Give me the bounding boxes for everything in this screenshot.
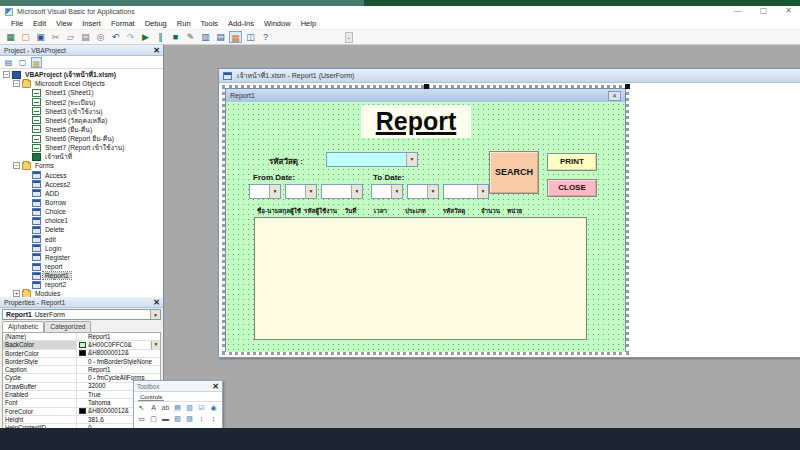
properties-tab[interactable]: Categorized [44, 321, 91, 332]
property-row[interactable]: (Name) Report1 ▼ [3, 333, 160, 341]
project-tree-form-item[interactable]: edit [0, 235, 163, 244]
project-tree-form-item[interactable]: Delete [0, 225, 163, 234]
view-code-icon[interactable]: ▤ [3, 57, 14, 68]
menu-item[interactable]: Edit [28, 19, 51, 28]
find-icon[interactable]: ◎ [94, 31, 107, 43]
close-toolbox-icon[interactable]: ✕ [212, 381, 219, 392]
chevron-down-icon[interactable]: ▼ [269, 185, 280, 198]
designer-window[interactable]: เจ้าหน้าที่1.xlsm - Report1 (UserForm) R… [218, 68, 800, 358]
view-excel-icon[interactable]: ▦ [4, 31, 17, 43]
project-tree-form-item[interactable]: Access [0, 171, 163, 180]
minimize-button[interactable]: — [734, 7, 742, 15]
menu-item[interactable]: View [51, 19, 77, 28]
spinbutton-icon[interactable]: ↕ [208, 413, 219, 424]
toolbar-overflow-handle[interactable]: ▪ [345, 32, 353, 43]
selection-handle-top[interactable] [424, 84, 429, 89]
menu-item[interactable]: Help [296, 19, 321, 28]
object-selector-dropdown[interactable]: Report1UserForm ▼ [2, 309, 161, 320]
userform-design[interactable]: Report1 ✕ Report รหัสวัสดุ : ▼ From Date… [225, 88, 626, 352]
project-tree-form-item[interactable]: ADD [0, 189, 163, 198]
label-icon[interactable]: A [148, 402, 159, 413]
frame-icon[interactable]: ▢ [148, 413, 159, 424]
break-icon[interactable]: ∥ [154, 31, 167, 43]
insert-userform-icon[interactable]: ▢ [19, 31, 32, 43]
results-listbox[interactable] [254, 217, 587, 340]
paste-icon[interactable]: ▤ [79, 31, 92, 43]
material-code-combobox[interactable]: ▼ [326, 152, 418, 167]
properties-tab[interactable]: Alphabetic [2, 321, 44, 332]
designer-title-bar[interactable]: เจ้าหน้าที่1.xlsm - Report1 (UserForm) [219, 69, 800, 83]
project-tree-form-item[interactable]: Report1 [0, 271, 163, 280]
toggle-folders-icon[interactable]: ▦ [31, 57, 42, 68]
optionbutton-icon[interactable]: ◉ [208, 402, 219, 413]
object-browser-icon[interactable]: ◫ [244, 31, 257, 43]
chevron-down-icon[interactable]: ▼ [406, 153, 417, 166]
search-button[interactable]: SEARCH [489, 151, 539, 194]
project-explorer-icon[interactable]: ▥ [199, 31, 212, 43]
help-icon[interactable]: ? [259, 31, 272, 43]
collapse-icon[interactable]: − [3, 71, 10, 78]
copy-icon[interactable]: ▱ [64, 31, 77, 43]
commandbutton-icon[interactable]: ▬ [160, 413, 171, 424]
to-year-combobox[interactable]: ▼ [443, 184, 489, 199]
checkbox-icon[interactable]: ☑ [196, 402, 207, 413]
chevron-down-icon[interactable]: ▼ [427, 185, 438, 198]
property-row[interactable]: BorderColor &H80000012& ▼ [3, 350, 160, 358]
close-properties-panel-icon[interactable]: ✕ [153, 297, 160, 308]
save-icon[interactable]: ▣ [34, 31, 47, 43]
print-button[interactable]: PRINT [547, 153, 597, 171]
togglebutton-icon[interactable]: ▭ [136, 413, 147, 424]
project-tree-form-item[interactable]: report [0, 262, 163, 271]
menu-item[interactable]: File [6, 19, 28, 28]
modules-folder-item[interactable]: + Modules [0, 289, 163, 297]
combobox-icon[interactable]: ▤ [172, 402, 183, 413]
chevron-down-icon[interactable]: ▼ [351, 185, 362, 198]
project-tree-sheet-item[interactable]: Sheet7 (Report เข้าใช้งาน) [0, 143, 163, 152]
multipage-icon[interactable]: ▨ [184, 413, 195, 424]
selection-handle-top-right[interactable] [625, 84, 630, 89]
close-button[interactable]: ✕ [785, 7, 792, 15]
forms-folder-item[interactable]: − Forms [0, 161, 163, 170]
textbox-icon[interactable]: ab [160, 402, 171, 413]
design-mode-icon[interactable]: ✎ [184, 31, 197, 43]
reset-icon[interactable]: ■ [169, 31, 182, 43]
toolbox-icon[interactable]: ▦ [229, 31, 242, 43]
project-tree-form-item[interactable]: Access2 [0, 180, 163, 189]
menu-item[interactable]: Run [172, 19, 196, 28]
menu-item[interactable]: Window [259, 19, 296, 28]
project-tree-form-item[interactable]: Choice [0, 207, 163, 216]
run-icon[interactable]: ▶ [139, 31, 152, 43]
chevron-down-icon[interactable]: ▼ [391, 185, 402, 198]
toolbox-controls-tab[interactable]: Controls [134, 392, 222, 402]
chevron-down-icon[interactable]: ▼ [151, 341, 160, 348]
menu-item[interactable]: Format [106, 19, 140, 28]
cut-icon[interactable]: ✂ [49, 31, 62, 43]
close-project-panel-icon[interactable]: ✕ [153, 45, 160, 56]
menu-item[interactable]: Insert [77, 19, 106, 28]
scrollbar-icon[interactable]: ↕ [196, 413, 207, 424]
chevron-down-icon[interactable]: ▼ [477, 185, 488, 198]
chevron-down-icon[interactable]: ▼ [150, 310, 160, 319]
close-form-button[interactable]: CLOSE [547, 179, 597, 197]
collapse-icon[interactable]: − [13, 162, 20, 169]
from-month-combobox[interactable]: ▼ [285, 184, 317, 199]
properties-panel-header[interactable]: Properties - Report1 ✕ [0, 297, 163, 308]
menu-item[interactable]: Tools [196, 19, 224, 28]
menu-item[interactable]: Add-Ins [223, 19, 259, 28]
to-month-combobox[interactable]: ▼ [407, 184, 439, 199]
tabstrip-icon[interactable]: ▧ [172, 413, 183, 424]
from-year-combobox[interactable]: ▼ [321, 184, 363, 199]
userform-close-icon[interactable]: ✕ [608, 91, 621, 101]
from-day-combobox[interactable]: ▼ [249, 184, 281, 199]
report-heading-label[interactable]: Report [361, 105, 471, 138]
to-day-combobox[interactable]: ▼ [371, 184, 403, 199]
property-row[interactable]: Caption Report1 ▼ [3, 366, 160, 374]
project-tree-form-item[interactable]: Borrow [0, 198, 163, 207]
property-row[interactable]: BackColor &H00C0FFC0& ▼ [3, 341, 160, 349]
project-panel-header[interactable]: Project - VBAProject ✕ [0, 45, 163, 56]
undo-icon[interactable]: ↶ [109, 31, 122, 43]
project-tree-form-item[interactable]: Register [0, 253, 163, 262]
chevron-down-icon[interactable]: ▼ [305, 185, 316, 198]
maximize-button[interactable]: ▢ [760, 7, 768, 15]
menu-item[interactable]: Debug [140, 19, 172, 28]
